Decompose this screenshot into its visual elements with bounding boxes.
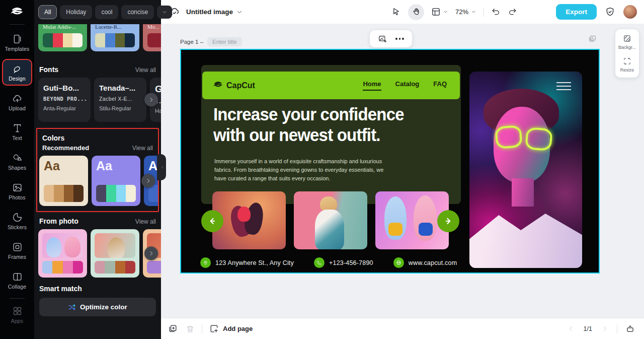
- sidebar-item-label: Apps: [11, 318, 23, 324]
- title-chevron-down-icon[interactable]: [236, 9, 243, 16]
- design-nav-home: Home: [363, 80, 381, 91]
- palette-strip: [147, 261, 161, 274]
- photo-palette-card[interactable]: [38, 229, 87, 278]
- sidebar-item-design[interactable]: Design: [2, 59, 32, 86]
- redo-icon[interactable]: [508, 7, 517, 17]
- sidebar-item-frames[interactable]: Frames: [2, 237, 32, 264]
- sidebar-item-label: Design: [9, 76, 25, 82]
- next-page-icon[interactable]: [601, 325, 609, 332]
- sidebar-item-photos[interactable]: Photos: [2, 178, 32, 205]
- document-title[interactable]: Untitled image: [186, 8, 233, 16]
- color-palette-card[interactable]: Aa: [39, 156, 88, 206]
- palette-swatch: [125, 261, 135, 274]
- capcut-logo-small: [213, 81, 223, 90]
- colors-view-all-link[interactable]: View all: [132, 145, 153, 152]
- export-button[interactable]: Export: [556, 4, 597, 20]
- sidebar-item-text[interactable]: Text: [2, 118, 32, 145]
- decor: [315, 210, 344, 249]
- from-photo-view-all-link[interactable]: View all: [135, 218, 156, 225]
- zoom-level-dropdown[interactable]: 72%: [455, 8, 476, 16]
- palette-swatch: [105, 33, 115, 47]
- toolbar-right: Export: [556, 4, 637, 20]
- sidebar-item-label: Shapes: [8, 165, 26, 171]
- palette-photo-thumbnail: [95, 233, 135, 258]
- design-contact-row: 123 Anywhere St., Any City +123-456-7890…: [200, 257, 457, 268]
- page-title-input[interactable]: Enter title: [207, 37, 242, 46]
- chips-expand-button[interactable]: [157, 6, 172, 19]
- divider: [484, 8, 484, 17]
- color-sample-text: Aa: [96, 160, 136, 172]
- more-options-icon[interactable]: [395, 38, 404, 40]
- fonts-next-button[interactable]: [144, 93, 158, 107]
- chip-concise[interactable]: concise: [121, 5, 154, 19]
- smart-match-heading: Smart match: [34, 278, 161, 298]
- decor: [108, 237, 125, 258]
- prev-page-icon[interactable]: [567, 325, 575, 332]
- select-tool-icon[interactable]: [391, 7, 401, 17]
- sidebar-item-collage[interactable]: Collage: [2, 267, 32, 294]
- photo-palette-card[interactable]: [91, 229, 139, 278]
- palette-swatch: [147, 33, 161, 47]
- font-card[interactable]: Guti–Bo... BEYOND PRO... Anta-Regular: [38, 78, 91, 122]
- color-palette-card[interactable]: Aa: [92, 156, 140, 206]
- palette-swatch: [63, 261, 73, 274]
- chip-cool[interactable]: cool: [95, 5, 118, 19]
- colors-next-button[interactable]: [141, 174, 155, 188]
- chip-holiday[interactable]: Holiday: [60, 5, 92, 19]
- resize-button[interactable]: Resize: [620, 57, 634, 73]
- template-card[interactable]: Globe... Lucette-R...: [91, 24, 139, 51]
- divider: [10, 24, 25, 25]
- sidebar-item-apps[interactable]: Apps: [2, 301, 32, 328]
- page-view-icon[interactable]: [588, 35, 597, 43]
- add-image-icon[interactable]: [378, 34, 387, 44]
- duplicate-page-icon[interactable]: [168, 324, 178, 333]
- font-name: Tenada–...: [99, 84, 141, 92]
- palette-swatch: [64, 185, 74, 202]
- design-portrait-image: [469, 72, 582, 268]
- sidebar-item-shapes[interactable]: Shapes: [2, 148, 32, 175]
- background-button[interactable]: Backgr...: [618, 34, 636, 50]
- fonts-view-all-link[interactable]: View all: [135, 66, 156, 74]
- layout-grid-button[interactable]: [431, 7, 448, 17]
- hamburger-menu-icon[interactable]: [556, 82, 571, 90]
- zoom-level-value: 72%: [455, 8, 468, 16]
- carousel-next-button[interactable]: [437, 210, 459, 232]
- font-card[interactable]: Tenada–... Zacbel X-E... Stilu-Regular: [94, 78, 146, 122]
- undo-icon[interactable]: [491, 7, 501, 17]
- carousel-prev-button[interactable]: [201, 210, 223, 232]
- shield-check-icon[interactable]: [605, 7, 615, 17]
- palette-strip: [43, 33, 83, 47]
- optimize-color-button[interactable]: Optimize color: [39, 298, 156, 316]
- resize-icon: [623, 57, 631, 65]
- palette-photo-thumbnail: [42, 233, 83, 258]
- design-canvas[interactable]: CapCut Home Catalog FAQ Increase your co…: [180, 49, 600, 274]
- user-avatar[interactable]: [623, 5, 637, 19]
- sidebar-item-upload[interactable]: Upload: [2, 89, 32, 115]
- resize-label: Resize: [620, 67, 634, 73]
- sidebar-item-label: Stickers: [8, 224, 27, 230]
- add-page-button[interactable]: Add page: [209, 324, 253, 333]
- page-manager-icon[interactable]: [625, 324, 635, 333]
- palette-swatch: [95, 33, 105, 47]
- sidebar-item-stickers[interactable]: Stickers: [2, 208, 32, 234]
- page-navigation: 1/1: [567, 324, 635, 333]
- delete-page-icon[interactable]: [186, 324, 195, 333]
- palette-strip: [147, 33, 161, 47]
- palette-swatch: [105, 261, 115, 274]
- sidebar-item-templates[interactable]: Templates: [2, 29, 32, 56]
- fonts-heading: Fonts: [39, 65, 58, 74]
- shuffle-icon: [68, 303, 76, 311]
- hand-tool-button[interactable]: [408, 4, 424, 20]
- template-card[interactable]: Prano-... Mulat Addis-...: [38, 24, 87, 51]
- font-family-label: Stilu-Regular: [99, 105, 141, 111]
- palette-swatch: [106, 185, 116, 202]
- template-subtitle: Mulat Addis-...: [43, 24, 83, 30]
- chip-all[interactable]: All: [38, 5, 57, 19]
- capcut-logo[interactable]: [11, 0, 24, 24]
- template-card[interactable]: R... Mo...: [143, 24, 161, 51]
- from-photo-next-button[interactable]: [144, 247, 158, 260]
- phone-icon: [314, 257, 325, 268]
- sidebar-item-label: Collage: [8, 284, 26, 290]
- panel-collapse-handle[interactable]: [157, 154, 166, 180]
- sidebar-item-label: Photos: [9, 194, 25, 200]
